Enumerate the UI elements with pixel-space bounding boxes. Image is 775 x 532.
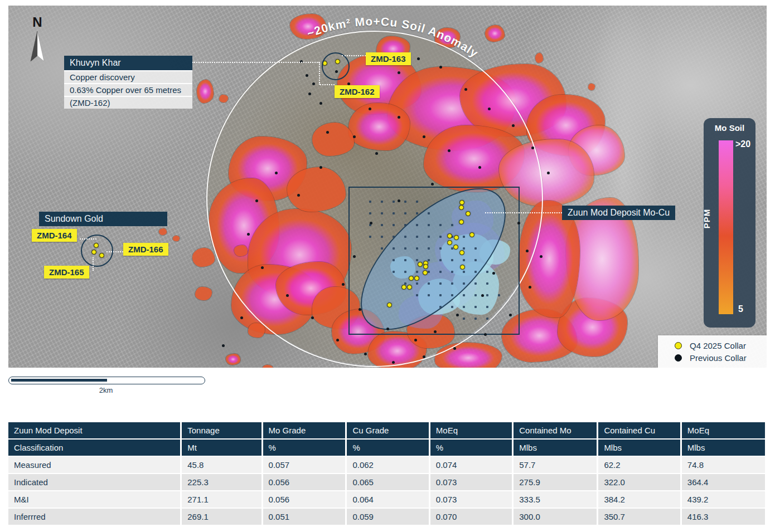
previous-collar-dot <box>311 316 314 319</box>
previous-collar-dot <box>386 328 389 330</box>
khuvyn-khar-ring <box>322 52 350 80</box>
grid-sample-dot <box>393 236 395 238</box>
q4-collar-dot <box>414 276 419 281</box>
previous-collar-dot <box>369 108 371 110</box>
q4-collar-dot <box>460 265 465 270</box>
table-cell: 45.8 <box>181 456 262 474</box>
previous-collar-dot <box>370 222 372 224</box>
table-cell: 0.056 <box>262 474 346 491</box>
table-header-cell: Contained Mo <box>513 422 598 439</box>
table-cell: 0.074 <box>429 456 512 474</box>
previous-collar-dot <box>342 283 345 286</box>
grid-sample-dot <box>486 294 488 296</box>
table-cell: 0.070 <box>429 508 512 525</box>
table-cell: 333.5 <box>513 491 598 508</box>
previous-collar-dot <box>488 108 491 110</box>
connector-line <box>342 55 366 56</box>
table-cell: 271.1 <box>181 491 262 508</box>
table-cell: 269.1 <box>181 508 262 525</box>
grid-sample-dot <box>498 294 500 296</box>
table-row: Indicated225.30.0560.0650.073275.9322.03… <box>8 474 766 491</box>
grid-sample-dot <box>393 247 395 250</box>
q4-collar-dot <box>447 240 452 245</box>
q4-collar-dot <box>401 285 406 290</box>
table-cell: 322.0 <box>598 474 681 491</box>
previous-collar-dot <box>540 255 542 258</box>
scale-bar-label: 2km <box>56 386 156 394</box>
table-row: Inferrred269.10.0510.0590.070300.0350.74… <box>8 508 766 525</box>
khuvyn-khar-callout: Khuvyn Khar Copper discovery 0.63% Coppe… <box>64 56 192 109</box>
anomaly-blob <box>159 228 167 235</box>
legend-gradient-bar <box>719 140 733 314</box>
table-header-row: Zuun Mod DepositTonnageMo GradeCu GradeM… <box>8 422 766 439</box>
previous-collar-dot <box>414 339 417 341</box>
grid-sample-dot <box>439 306 442 308</box>
anomaly-blob <box>248 323 265 338</box>
grid-sample-dot <box>486 306 488 308</box>
grid-sample-dot <box>369 201 371 203</box>
scale-bar <box>8 377 205 384</box>
grid-sample-dot <box>404 224 406 226</box>
grid-sample-dot <box>474 282 477 285</box>
table-cell: 350.7 <box>598 508 681 525</box>
drill-label-zmd-165: ZMD-165 <box>44 266 89 279</box>
table-cell: 74.8 <box>681 456 766 474</box>
mo-soil-legend: Mo Soil >20 5 PPM <box>704 118 755 328</box>
table-header-cell: Tonnage <box>181 422 262 439</box>
grid-sample-dot <box>463 282 465 285</box>
grid-sample-dot <box>474 306 477 308</box>
sundown-gold-label: Sundown Gold <box>39 212 167 226</box>
callout-line: Copper discovery <box>64 70 192 83</box>
grid-sample-dot <box>416 247 418 250</box>
grid-sample-dot <box>416 201 418 203</box>
previous-collar-dot <box>312 82 315 85</box>
previous-collar-dot <box>398 116 400 119</box>
previous-collar-dot <box>297 194 300 197</box>
previous-collar-dot <box>326 131 329 134</box>
grid-sample-dot <box>381 247 383 250</box>
collar-legend-item: Q4 2025 Collar <box>675 341 767 350</box>
anomaly-blob <box>192 248 215 267</box>
grid-sample-dot <box>463 259 465 261</box>
grid-sample-dot <box>439 282 442 285</box>
grid-sample-dot <box>381 201 383 203</box>
callout-line: 0.63% Copper over 65 metres <box>64 83 192 96</box>
table-subheader-cell: Mlbs <box>513 439 598 456</box>
grid-sample-dot <box>428 282 430 285</box>
grid-sample-dot <box>416 294 418 296</box>
table-subheader-cell: Classification <box>8 439 181 456</box>
grid-sample-dot <box>463 247 465 250</box>
connector-line <box>106 251 123 252</box>
table-cell: 0.059 <box>346 508 429 525</box>
previous-collar-dot <box>398 71 400 74</box>
grid-sample-dot <box>416 224 418 226</box>
table-header-cell: MoEq <box>429 422 512 439</box>
previous-collar-dot <box>240 316 243 319</box>
table-cell: 225.3 <box>181 474 262 491</box>
callout-line: (ZMD-162) <box>64 96 192 109</box>
connector-line <box>319 62 320 85</box>
grid-sample-dot <box>381 236 383 238</box>
previous-collar-dot <box>456 314 459 316</box>
collar-legend-item: Previous Collar <box>675 353 767 363</box>
previous-collar-dot <box>547 172 550 174</box>
drill-label-zmd-162: ZMD-162 <box>335 85 380 98</box>
connector-line <box>93 257 94 271</box>
table-cell: 0.073 <box>429 491 512 508</box>
previous-collar-dot <box>336 339 339 341</box>
table-cell: 0.062 <box>346 456 429 474</box>
anomaly-blob <box>173 236 180 241</box>
grid-sample-dot <box>416 212 418 214</box>
previous-collar-dot <box>359 308 361 311</box>
grid-sample-dot <box>451 306 453 308</box>
q4-collar-dot <box>423 264 428 269</box>
table-cell: 275.9 <box>513 474 598 491</box>
grid-sample-dot <box>439 294 442 296</box>
q4-collar-dot <box>407 285 412 290</box>
grid-sample-dot <box>428 294 430 296</box>
table-cell: 57.7 <box>513 456 598 474</box>
table-cell: 364.4 <box>681 474 766 491</box>
grid-sample-dot <box>463 271 465 273</box>
table-cell: 0.073 <box>429 474 512 491</box>
drill-label-zmd-164: ZMD-164 <box>32 229 77 242</box>
